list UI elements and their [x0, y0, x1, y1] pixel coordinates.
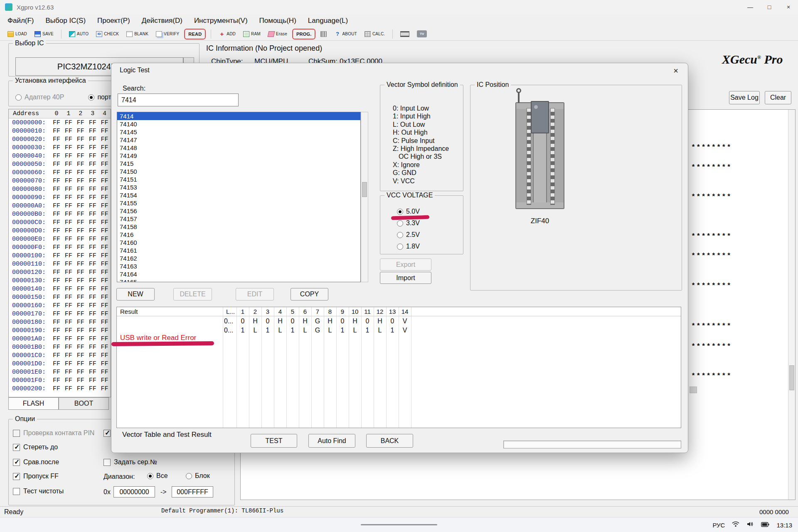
hex-value: FF: [86, 177, 99, 185]
check-button[interactable]: IDCHECK: [94, 29, 121, 39]
close-button[interactable]: ×: [779, 0, 798, 14]
wifi-icon[interactable]: [732, 521, 739, 529]
vcc-option-2[interactable]: 2.5V: [397, 229, 420, 241]
list-item[interactable]: 74157: [117, 215, 360, 223]
battery-icon[interactable]: [761, 521, 769, 529]
hex-buffer-table[interactable]: Address01234 00000000:FFFFFFFFFF00000010…: [8, 109, 111, 397]
dip-button[interactable]: [398, 29, 412, 39]
list-item[interactable]: 74161: [117, 246, 360, 254]
save-button[interactable]: SAVE: [32, 29, 56, 39]
import-button[interactable]: Import: [380, 272, 431, 284]
vcc-option-3[interactable]: 1.8V: [397, 241, 420, 252]
list-item[interactable]: 74155: [117, 199, 360, 207]
volume-icon[interactable]: [746, 521, 754, 529]
range-option-1[interactable]: Блок: [186, 472, 210, 480]
tab-boot[interactable]: BOOT: [59, 397, 109, 410]
erase-button[interactable]: Erase: [266, 29, 290, 39]
checkbox-3[interactable]: Пропуск FF: [13, 472, 59, 480]
menu-item-0[interactable]: Файл(F): [2, 14, 40, 27]
list-item[interactable]: 74158: [117, 223, 360, 231]
list-item[interactable]: 74156: [117, 207, 360, 215]
prog-button[interactable]: PROG.: [292, 29, 315, 39]
list-item[interactable]: 74140: [117, 120, 360, 128]
list-item[interactable]: 74160: [117, 239, 360, 246]
checkbox-1[interactable]: Стереть до: [13, 443, 58, 451]
blank-button[interactable]: BLANK: [124, 29, 151, 39]
tab-flash[interactable]: FLASH: [8, 397, 59, 410]
test-button[interactable]: TEST: [251, 434, 297, 448]
read-button[interactable]: READ: [184, 29, 206, 39]
list-item[interactable]: 7415: [117, 160, 360, 167]
addr-from-field[interactable]: 00000000: [113, 486, 155, 498]
hex-value: FF: [86, 186, 99, 193]
checkbox-0[interactable]: Проверка контакта PIN: [13, 429, 94, 437]
copy-button[interactable]: COPY: [291, 288, 328, 300]
minimize-button[interactable]: —: [741, 0, 760, 14]
ram-button[interactable]: RAM: [241, 29, 263, 39]
toolbar-label: CALC.: [372, 32, 385, 36]
checkbox-2[interactable]: Срав.после: [13, 458, 59, 466]
maximize-button[interactable]: □: [760, 0, 779, 14]
hex-address: 00000120:: [9, 269, 50, 276]
list-item[interactable]: 74162: [117, 254, 360, 262]
result-header-cell: 12: [374, 307, 386, 316]
list-item[interactable]: 74163: [117, 262, 360, 270]
new-button[interactable]: NEW: [116, 288, 155, 300]
hex-row: 00000130:FFFFFFFFFF: [9, 276, 111, 285]
about-button[interactable]: ?ABOUT: [332, 29, 359, 39]
menu-item-5[interactable]: Помощь(H): [254, 14, 302, 27]
menu-item-1[interactable]: Выбор IC(S): [40, 14, 92, 27]
list-item[interactable]: 74153: [117, 183, 360, 191]
list-item[interactable]: 74149: [117, 152, 360, 160]
back-button[interactable]: BACK: [366, 434, 413, 448]
checkbox-box: [13, 488, 20, 495]
stripes-icon: [320, 31, 327, 37]
hex-value: FF: [50, 244, 62, 251]
save-log-button[interactable]: Save Log: [729, 91, 760, 104]
checkbox-4[interactable]: Тест чистоты: [13, 487, 64, 495]
list-item[interactable]: 74147: [117, 136, 360, 144]
taskbar[interactable]: РУС 13:13: [0, 517, 798, 532]
auto-button[interactable]: AUTO: [66, 29, 91, 39]
menu-item-2[interactable]: Проект(P): [91, 14, 136, 27]
log-scrollbar-thumb[interactable]: [789, 365, 794, 390]
list-item[interactable]: 7414: [117, 112, 360, 120]
tv-button[interactable]: TV: [414, 29, 429, 39]
list-item[interactable]: 74150: [117, 167, 360, 175]
ic-test-button[interactable]: [318, 29, 329, 39]
menu-item-4[interactable]: Инструменты(V): [188, 14, 254, 27]
dialog-close-icon[interactable]: ×: [668, 65, 684, 76]
hex-row: 000000C0:FFFFFFFFFF: [9, 218, 111, 227]
verify-button[interactable]: VERIFY: [153, 29, 182, 39]
range-option-0[interactable]: Все: [147, 472, 168, 480]
list-scrollbar-thumb[interactable]: [362, 182, 367, 197]
list-item[interactable]: 74165: [117, 278, 360, 282]
hex-value: FF: [74, 302, 86, 309]
log-scrollbar[interactable]: [788, 110, 795, 500]
search-input[interactable]: 7414: [118, 94, 239, 106]
calc-button[interactable]: CALC.: [362, 29, 387, 39]
clock[interactable]: 13:13: [776, 522, 792, 529]
pin-detect-extra-checkbox[interactable]: [103, 429, 111, 437]
list-item[interactable]: 74148: [117, 144, 360, 152]
addr-to-field[interactable]: 000FFFFF: [172, 486, 213, 498]
menu-item-6[interactable]: Language(L): [302, 14, 354, 27]
interface-option-0[interactable]: Адаптер 40Р: [15, 94, 64, 101]
add-button[interactable]: +ADD: [216, 29, 238, 39]
list-item[interactable]: 74164: [117, 270, 360, 278]
list-item[interactable]: 74154: [117, 191, 360, 199]
hex-value: FF: [74, 119, 86, 126]
hex-value: FF: [99, 319, 111, 326]
list-item[interactable]: 74145: [117, 128, 360, 136]
keyboard-language-indicator[interactable]: РУС: [712, 522, 725, 529]
list-scrollbar[interactable]: [361, 112, 368, 282]
serial-number-checkbox[interactable]: Задать сер.№: [103, 458, 157, 466]
log-line: ********: [691, 163, 732, 171]
device-listbox[interactable]: 7414741407414574147741487414974157415074…: [117, 112, 361, 282]
clear-button[interactable]: Clear: [765, 91, 791, 104]
list-item[interactable]: 7416: [117, 231, 360, 239]
auto-find-button[interactable]: Auto Find: [308, 434, 355, 448]
load-button[interactable]: LOAD: [5, 29, 30, 39]
list-item[interactable]: 74151: [117, 175, 360, 183]
menu-item-3[interactable]: Действия(D): [136, 14, 188, 27]
